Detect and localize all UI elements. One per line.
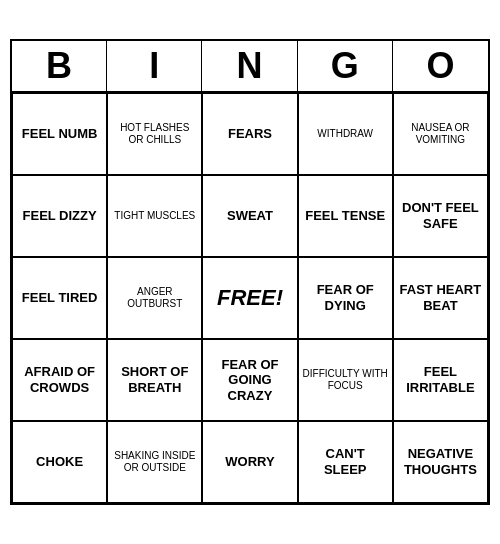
bingo-cell-7: SWEAT (202, 175, 297, 257)
bingo-cell-8: FEEL TENSE (298, 175, 393, 257)
bingo-cell-4: NAUSEA OR VOMITING (393, 93, 488, 175)
bingo-cell-12: Free! (202, 257, 297, 339)
bingo-cell-16: SHORT OF BREATH (107, 339, 202, 421)
bingo-cell-23: CAN'T SLEEP (298, 421, 393, 503)
bingo-cell-1: HOT FLASHES OR CHILLS (107, 93, 202, 175)
bingo-cell-13: FEAR OF DYING (298, 257, 393, 339)
header-letter-i: I (107, 41, 202, 91)
bingo-header: BINGO (12, 41, 488, 93)
bingo-cell-15: AFRAID OF CROWDS (12, 339, 107, 421)
bingo-cell-22: WORRY (202, 421, 297, 503)
bingo-cell-11: ANGER OUTBURST (107, 257, 202, 339)
bingo-cell-21: SHAKING INSIDE OR OUTSIDE (107, 421, 202, 503)
bingo-cell-14: FAST HEART BEAT (393, 257, 488, 339)
header-letter-b: B (12, 41, 107, 91)
bingo-cell-3: WITHDRAW (298, 93, 393, 175)
header-letter-n: N (202, 41, 297, 91)
bingo-cell-17: FEAR OF GOING CRAZY (202, 339, 297, 421)
header-letter-g: G (298, 41, 393, 91)
bingo-cell-5: FEEL DIZZY (12, 175, 107, 257)
bingo-cell-10: FEEL TIRED (12, 257, 107, 339)
bingo-card: BINGO FEEL NUMBHOT FLASHES OR CHILLSFEAR… (10, 39, 490, 505)
bingo-cell-2: FEARS (202, 93, 297, 175)
bingo-cell-9: DON'T FEEL SAFE (393, 175, 488, 257)
header-letter-o: O (393, 41, 488, 91)
bingo-grid: FEEL NUMBHOT FLASHES OR CHILLSFEARSWITHD… (12, 93, 488, 503)
bingo-cell-19: FEEL IRRITABLE (393, 339, 488, 421)
bingo-cell-18: DIFFICULTY WITH FOCUS (298, 339, 393, 421)
bingo-cell-0: FEEL NUMB (12, 93, 107, 175)
bingo-cell-6: TIGHT MUSCLES (107, 175, 202, 257)
bingo-cell-20: CHOKE (12, 421, 107, 503)
bingo-cell-24: NEGATIVE THOUGHTS (393, 421, 488, 503)
